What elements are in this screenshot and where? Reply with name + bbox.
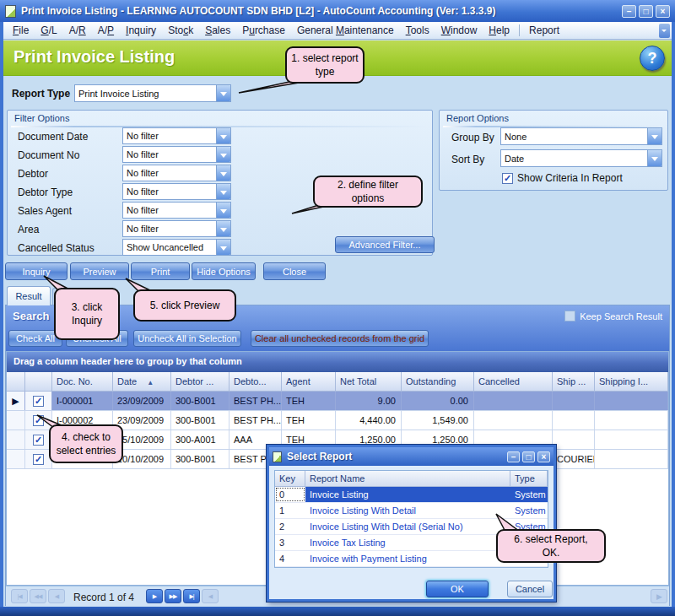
cell-ship: [553, 411, 595, 430]
callout-4: 4. check to select entries: [49, 424, 123, 463]
help-icon[interactable]: ?: [640, 46, 665, 71]
keep-search-result-checkbox[interactable]: [564, 311, 575, 322]
grid-column-header[interactable]: Debtor ...: [171, 372, 230, 391]
record-nav-icon[interactable]: ◀: [202, 589, 219, 603]
table-row[interactable]: ▶✓I-00000123/09/2009300-B001BEST PH...TE…: [7, 392, 668, 411]
clear-unchecked-button[interactable]: Clear all unchecked records from the gri…: [251, 330, 429, 347]
report-list-item[interactable]: 1Invoice Listing With DetailSystem: [275, 503, 548, 519]
sort-by-dropdown[interactable]: Date: [500, 149, 662, 167]
scroll-right-icon[interactable]: ▶: [651, 589, 667, 603]
chevron-down-icon[interactable]: [216, 203, 230, 218]
record-nav-icon[interactable]: ▶: [146, 589, 163, 603]
dialog-title-bar: Select Report – □ ×: [269, 447, 554, 466]
chevron-down-icon[interactable]: [216, 85, 230, 101]
row-checkbox[interactable]: ✓: [33, 454, 44, 465]
group-by-hint-bar[interactable]: Drag a column header here to group by th…: [7, 352, 668, 372]
ok-button[interactable]: OK: [426, 581, 489, 597]
menu-overflow-icon[interactable]: [659, 24, 670, 38]
menu-item-report[interactable]: Report: [523, 23, 565, 38]
search-title: Search: [13, 310, 49, 322]
record-nav-icon[interactable]: ◀◀: [30, 589, 46, 603]
cell-debtor-name: BEST PH...: [230, 411, 282, 430]
row-checkbox[interactable]: ✓: [33, 396, 44, 407]
row-checkbox[interactable]: ✓: [33, 415, 44, 426]
filter-dropdown[interactable]: No filter: [122, 202, 231, 219]
chevron-down-icon[interactable]: [216, 128, 230, 143]
record-nav-icon[interactable]: ◀: [48, 589, 65, 603]
window-border-bottom: [0, 607, 675, 616]
filter-dropdown[interactable]: No filter: [122, 220, 231, 237]
filter-value: No filter: [123, 149, 216, 159]
filter-dropdown[interactable]: No filter: [122, 183, 231, 200]
close-icon[interactable]: ×: [656, 5, 670, 18]
menu-item[interactable]: Stock: [162, 23, 199, 38]
menu-item[interactable]: Inquiry: [120, 23, 162, 38]
cell-doc-no: I-000001: [52, 392, 113, 410]
callout-3: 3. click Inquiry: [54, 288, 120, 340]
close-icon[interactable]: ×: [537, 451, 550, 462]
chevron-down-icon[interactable]: [216, 184, 230, 199]
cancel-button[interactable]: Cancel: [507, 581, 553, 597]
checkbox-cell: ✓: [25, 411, 52, 430]
grid-column-header[interactable]: Net Total: [336, 372, 402, 391]
menu-item[interactable]: Tools: [400, 23, 435, 38]
report-type-dropdown[interactable]: Print Invoice Listing: [74, 84, 231, 102]
grid-column-header[interactable]: Cancelled: [474, 372, 553, 391]
filter-dropdown[interactable]: Show Uncancelled: [122, 239, 231, 256]
menu-item[interactable]: Window: [435, 23, 483, 38]
grid-column-header[interactable]: Date▲: [113, 372, 171, 391]
menu-item[interactable]: Sales: [199, 23, 236, 38]
tab-result[interactable]: Result: [7, 286, 51, 305]
group-by-dropdown[interactable]: None: [500, 127, 662, 145]
filter-dropdown[interactable]: No filter: [122, 165, 231, 181]
close-button[interactable]: Close: [263, 262, 326, 280]
cell-ship: [553, 392, 595, 410]
chevron-down-icon[interactable]: [216, 240, 230, 255]
filter-value: No filter: [123, 168, 216, 178]
keep-search-result-label: Keep Search Result: [580, 311, 662, 322]
minimize-icon[interactable]: –: [622, 5, 636, 18]
chevron-down-icon[interactable]: [216, 147, 230, 162]
filter-dropdown[interactable]: No filter: [122, 127, 231, 144]
menu-item[interactable]: A/P: [92, 23, 120, 38]
menu-item[interactable]: A/R: [63, 23, 92, 38]
menu-item[interactable]: Help: [483, 23, 516, 38]
show-criteria-checkbox[interactable]: ✓: [502, 173, 513, 184]
grid-column-header[interactable]: Debto...: [230, 372, 282, 391]
grid-column-header[interactable]: Agent: [282, 372, 336, 391]
maximize-icon[interactable]: □: [522, 451, 535, 462]
dialog-column-header[interactable]: Type: [510, 471, 548, 486]
filter-dropdown[interactable]: No filter: [122, 146, 231, 163]
uncheck-all-in-selection-button[interactable]: Uncheck All in Selection: [133, 330, 241, 347]
filter-value: No filter: [123, 205, 216, 215]
hide-options-button[interactable]: Hide Options: [192, 262, 256, 280]
print-button[interactable]: Print: [131, 262, 190, 280]
grid-column-header[interactable]: Shipping I...: [595, 372, 668, 391]
grid-column-header[interactable]: Ship ...: [553, 372, 595, 391]
menu-item[interactable]: G/L: [35, 23, 62, 38]
report-list-item[interactable]: 0Invoice ListingSystem: [275, 487, 548, 503]
chevron-down-icon[interactable]: [647, 128, 662, 144]
dialog-column-header[interactable]: Key: [275, 471, 305, 486]
minimize-icon[interactable]: –: [507, 451, 520, 462]
grid-column-header[interactable]: Outstanding: [402, 372, 474, 391]
record-nav-icon[interactable]: ▶|: [183, 589, 200, 603]
row-checkbox[interactable]: ✓: [33, 435, 44, 446]
dialog-column-header[interactable]: Report Name: [305, 471, 510, 486]
advanced-filter-button[interactable]: Advanced Filter...: [335, 236, 435, 253]
cell-net-total: 9.00: [336, 392, 402, 410]
menu-item[interactable]: Purchase: [236, 23, 291, 38]
inquiry-button[interactable]: Inquiry: [5, 262, 68, 280]
chevron-down-icon[interactable]: [647, 150, 662, 166]
menu-item[interactable]: File: [7, 23, 35, 38]
cell-type: System: [510, 487, 548, 502]
maximize-icon[interactable]: □: [639, 5, 653, 18]
cell-shipping: [595, 450, 668, 468]
chevron-down-icon[interactable]: [216, 165, 230, 181]
menu-item[interactable]: General Maintenance: [291, 23, 400, 38]
record-nav-icon[interactable]: ▶▶: [165, 589, 181, 603]
preview-button[interactable]: Preview: [70, 262, 129, 280]
grid-column-header[interactable]: Doc. No.: [52, 372, 113, 391]
record-nav-icon[interactable]: |◀: [11, 589, 28, 603]
chevron-down-icon[interactable]: [216, 221, 230, 236]
